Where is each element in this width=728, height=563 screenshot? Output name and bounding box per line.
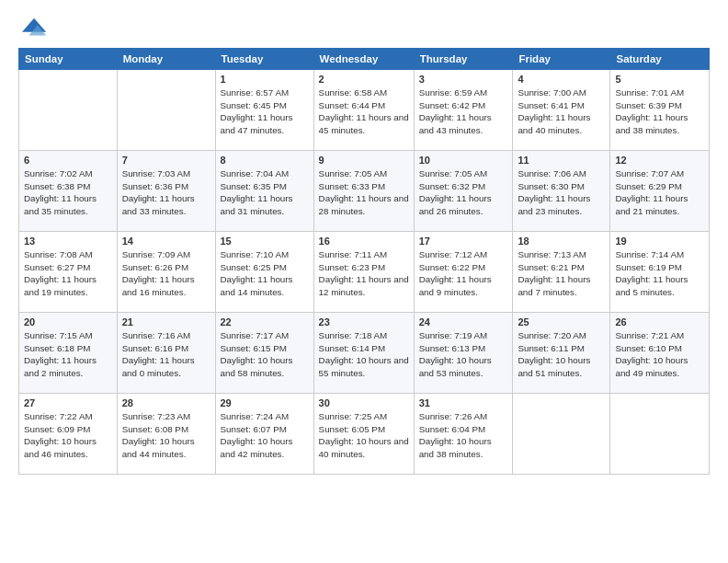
day-number: 20	[24, 316, 112, 327]
day-cell: 17Sunrise: 7:12 AMSunset: 6:22 PMDayligh…	[414, 232, 513, 313]
day-info: Sunrise: 7:20 AMSunset: 6:11 PMDaylight:…	[518, 329, 605, 380]
day-cell: 6Sunrise: 7:02 AMSunset: 6:38 PMDaylight…	[19, 151, 118, 232]
day-info: Sunrise: 7:05 AMSunset: 6:33 PMDaylight:…	[319, 167, 409, 218]
day-number: 16	[319, 236, 409, 247]
week-row-5: 27Sunrise: 7:22 AMSunset: 6:09 PMDayligh…	[19, 394, 710, 475]
day-info: Sunrise: 7:06 AMSunset: 6:30 PMDaylight:…	[518, 167, 605, 218]
day-cell	[610, 394, 710, 475]
weekday-header-tuesday: Tuesday	[215, 49, 313, 70]
weekday-header-wednesday: Wednesday	[313, 49, 414, 70]
day-number: 11	[518, 155, 605, 166]
day-info: Sunrise: 7:23 AMSunset: 6:08 PMDaylight:…	[122, 410, 210, 461]
day-info: Sunrise: 6:57 AMSunset: 6:45 PMDaylight:…	[221, 86, 309, 137]
day-info: Sunrise: 6:59 AMSunset: 6:42 PMDaylight:…	[419, 86, 508, 137]
day-cell	[19, 70, 118, 151]
day-info: Sunrise: 7:18 AMSunset: 6:14 PMDaylight:…	[319, 329, 409, 380]
day-number: 5	[615, 74, 704, 85]
day-cell: 3Sunrise: 6:59 AMSunset: 6:42 PMDaylight…	[414, 70, 513, 151]
day-info: Sunrise: 7:19 AMSunset: 6:13 PMDaylight:…	[419, 329, 508, 380]
day-cell: 24Sunrise: 7:19 AMSunset: 6:13 PMDayligh…	[414, 313, 513, 394]
day-cell: 16Sunrise: 7:11 AMSunset: 6:23 PMDayligh…	[313, 232, 414, 313]
day-cell: 21Sunrise: 7:16 AMSunset: 6:16 PMDayligh…	[117, 313, 215, 394]
day-info: Sunrise: 7:17 AMSunset: 6:15 PMDaylight:…	[221, 329, 309, 380]
day-info: Sunrise: 7:22 AMSunset: 6:09 PMDaylight:…	[24, 410, 112, 461]
day-cell: 1Sunrise: 6:57 AMSunset: 6:45 PMDaylight…	[215, 70, 313, 151]
week-row-1: 1Sunrise: 6:57 AMSunset: 6:45 PMDaylight…	[19, 70, 710, 151]
day-number: 9	[319, 155, 409, 166]
day-info: Sunrise: 7:13 AMSunset: 6:21 PMDaylight:…	[518, 248, 605, 299]
day-number: 6	[24, 155, 112, 166]
day-cell: 18Sunrise: 7:13 AMSunset: 6:21 PMDayligh…	[513, 232, 610, 313]
day-cell: 23Sunrise: 7:18 AMSunset: 6:14 PMDayligh…	[313, 313, 414, 394]
day-number: 19	[615, 236, 704, 247]
day-info: Sunrise: 7:08 AMSunset: 6:27 PMDaylight:…	[24, 248, 112, 299]
day-cell: 15Sunrise: 7:10 AMSunset: 6:25 PMDayligh…	[215, 232, 313, 313]
weekday-header-row: SundayMondayTuesdayWednesdayThursdayFrid…	[19, 49, 710, 70]
logo-icon	[22, 15, 48, 40]
day-info: Sunrise: 7:05 AMSunset: 6:32 PMDaylight:…	[419, 167, 508, 218]
day-cell: 10Sunrise: 7:05 AMSunset: 6:32 PMDayligh…	[414, 151, 513, 232]
day-number: 3	[419, 74, 508, 85]
day-info: Sunrise: 7:10 AMSunset: 6:25 PMDaylight:…	[221, 248, 309, 299]
day-cell: 27Sunrise: 7:22 AMSunset: 6:09 PMDayligh…	[19, 394, 118, 475]
day-cell: 25Sunrise: 7:20 AMSunset: 6:11 PMDayligh…	[513, 313, 610, 394]
day-info: Sunrise: 7:12 AMSunset: 6:22 PMDaylight:…	[419, 248, 508, 299]
day-number: 2	[319, 74, 409, 85]
day-info: Sunrise: 7:21 AMSunset: 6:10 PMDaylight:…	[615, 329, 704, 380]
day-info: Sunrise: 7:24 AMSunset: 6:07 PMDaylight:…	[221, 410, 309, 461]
day-info: Sunrise: 7:01 AMSunset: 6:39 PMDaylight:…	[615, 86, 704, 137]
day-cell: 31Sunrise: 7:26 AMSunset: 6:04 PMDayligh…	[414, 394, 513, 475]
day-info: Sunrise: 6:58 AMSunset: 6:44 PMDaylight:…	[319, 86, 409, 137]
day-number: 7	[122, 155, 210, 166]
day-number: 10	[419, 155, 508, 166]
week-row-4: 20Sunrise: 7:15 AMSunset: 6:18 PMDayligh…	[19, 313, 710, 394]
day-number: 4	[518, 74, 605, 85]
day-info: Sunrise: 7:03 AMSunset: 6:36 PMDaylight:…	[122, 167, 210, 218]
day-cell: 12Sunrise: 7:07 AMSunset: 6:29 PMDayligh…	[610, 151, 710, 232]
day-cell: 2Sunrise: 6:58 AMSunset: 6:44 PMDaylight…	[313, 70, 414, 151]
calendar: SundayMondayTuesdayWednesdayThursdayFrid…	[18, 48, 710, 475]
day-cell: 11Sunrise: 7:06 AMSunset: 6:30 PMDayligh…	[513, 151, 610, 232]
day-cell: 7Sunrise: 7:03 AMSunset: 6:36 PMDaylight…	[117, 151, 215, 232]
day-number: 15	[221, 236, 309, 247]
day-cell	[117, 70, 215, 151]
day-info: Sunrise: 7:09 AMSunset: 6:26 PMDaylight:…	[122, 248, 210, 299]
day-cell: 8Sunrise: 7:04 AMSunset: 6:35 PMDaylight…	[215, 151, 313, 232]
day-number: 14	[122, 236, 210, 247]
day-number: 13	[24, 236, 112, 247]
logo	[18, 15, 48, 40]
weekday-header-sunday: Sunday	[19, 49, 118, 70]
day-number: 23	[319, 316, 409, 327]
day-cell: 29Sunrise: 7:24 AMSunset: 6:07 PMDayligh…	[215, 394, 313, 475]
day-info: Sunrise: 7:16 AMSunset: 6:16 PMDaylight:…	[122, 329, 210, 380]
day-cell: 13Sunrise: 7:08 AMSunset: 6:27 PMDayligh…	[19, 232, 118, 313]
day-cell: 5Sunrise: 7:01 AMSunset: 6:39 PMDaylight…	[610, 70, 710, 151]
day-number: 17	[419, 236, 508, 247]
weekday-header-saturday: Saturday	[610, 49, 710, 70]
day-cell: 26Sunrise: 7:21 AMSunset: 6:10 PMDayligh…	[610, 313, 710, 394]
day-cell: 19Sunrise: 7:14 AMSunset: 6:19 PMDayligh…	[610, 232, 710, 313]
day-cell: 14Sunrise: 7:09 AMSunset: 6:26 PMDayligh…	[117, 232, 215, 313]
day-info: Sunrise: 7:07 AMSunset: 6:29 PMDaylight:…	[615, 167, 704, 218]
day-number: 29	[221, 397, 309, 408]
day-number: 8	[221, 155, 309, 166]
day-cell: 20Sunrise: 7:15 AMSunset: 6:18 PMDayligh…	[19, 313, 118, 394]
day-number: 30	[319, 397, 409, 408]
day-info: Sunrise: 7:00 AMSunset: 6:41 PMDaylight:…	[518, 86, 605, 137]
day-number: 18	[518, 236, 605, 247]
day-number: 28	[122, 397, 210, 408]
day-cell	[513, 394, 610, 475]
header	[18, 15, 710, 40]
day-info: Sunrise: 7:25 AMSunset: 6:05 PMDaylight:…	[319, 410, 409, 461]
day-number: 21	[122, 316, 210, 327]
weekday-header-thursday: Thursday	[414, 49, 513, 70]
day-info: Sunrise: 7:04 AMSunset: 6:35 PMDaylight:…	[221, 167, 309, 218]
day-number: 31	[419, 397, 508, 408]
day-cell: 30Sunrise: 7:25 AMSunset: 6:05 PMDayligh…	[313, 394, 414, 475]
day-info: Sunrise: 7:26 AMSunset: 6:04 PMDaylight:…	[419, 410, 508, 461]
day-cell: 28Sunrise: 7:23 AMSunset: 6:08 PMDayligh…	[117, 394, 215, 475]
day-number: 25	[518, 316, 605, 327]
day-info: Sunrise: 7:15 AMSunset: 6:18 PMDaylight:…	[24, 329, 112, 380]
day-cell: 22Sunrise: 7:17 AMSunset: 6:15 PMDayligh…	[215, 313, 313, 394]
day-info: Sunrise: 7:11 AMSunset: 6:23 PMDaylight:…	[319, 248, 409, 299]
